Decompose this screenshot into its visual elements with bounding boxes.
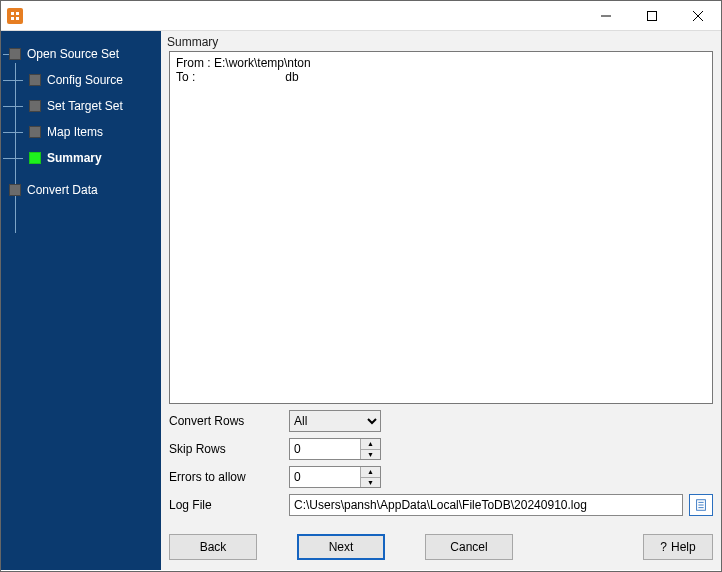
step-icon: [9, 184, 21, 196]
spin-up-icon[interactable]: ▲: [360, 439, 380, 450]
minimize-button[interactable]: [583, 1, 629, 31]
sidebar-item-config-source[interactable]: Config Source: [29, 69, 161, 91]
svg-rect-1: [16, 12, 19, 15]
log-file-input[interactable]: [289, 494, 683, 516]
convert-rows-select[interactable]: All: [289, 410, 381, 432]
svg-rect-0: [11, 12, 14, 15]
sidebar-item-label: Open Source Set: [27, 47, 119, 61]
window-controls: [583, 1, 721, 31]
help-icon: ?: [660, 540, 667, 554]
skip-rows-input[interactable]: [290, 439, 360, 459]
options-form: Convert Rows All Skip Rows ▲▼ Errors to …: [161, 410, 721, 528]
sidebar-item-summary[interactable]: Summary: [29, 147, 161, 169]
sidebar-item-open-source-set[interactable]: Open Source Set: [9, 43, 161, 65]
app-icon: [7, 8, 23, 24]
step-icon: [29, 100, 41, 112]
sidebar-item-label: Config Source: [47, 73, 123, 87]
step-icon: [9, 48, 21, 60]
wizard-sidebar: Open Source Set Config Source Set Target…: [1, 31, 161, 570]
sidebar-item-label: Summary: [47, 151, 102, 165]
titlebar: [1, 1, 721, 31]
spin-up-icon[interactable]: ▲: [360, 467, 380, 478]
sidebar-item-convert-data[interactable]: Convert Data: [9, 179, 161, 201]
summary-heading: Summary: [161, 31, 721, 51]
skip-rows-label: Skip Rows: [169, 442, 289, 456]
svg-rect-5: [648, 11, 657, 20]
maximize-button[interactable]: [629, 1, 675, 31]
help-button[interactable]: ? Help: [643, 534, 713, 560]
next-button[interactable]: Next: [297, 534, 385, 560]
summary-textarea[interactable]: From : E:\work\temp\nton To : db: [169, 51, 713, 404]
step-icon: [29, 74, 41, 86]
file-icon: [694, 498, 708, 512]
step-icon: [29, 126, 41, 138]
close-button[interactable]: [675, 1, 721, 31]
sidebar-item-set-target-set[interactable]: Set Target Set: [29, 95, 161, 117]
spin-down-icon[interactable]: ▼: [360, 450, 380, 460]
sidebar-item-label: Convert Data: [27, 183, 98, 197]
wizard-buttons: Back Next Cancel ? Help: [161, 528, 721, 570]
sidebar-item-label: Set Target Set: [47, 99, 123, 113]
sidebar-item-label: Map Items: [47, 125, 103, 139]
spin-down-icon[interactable]: ▼: [360, 478, 380, 488]
main-panel: Summary From : E:\work\temp\nton To : db…: [161, 31, 721, 570]
back-button[interactable]: Back: [169, 534, 257, 560]
convert-rows-label: Convert Rows: [169, 414, 289, 428]
svg-rect-3: [16, 17, 19, 20]
browse-log-button[interactable]: [689, 494, 713, 516]
step-icon: [29, 152, 41, 164]
cancel-button[interactable]: Cancel: [425, 534, 513, 560]
errors-allow-label: Errors to allow: [169, 470, 289, 484]
errors-allow-input[interactable]: [290, 467, 360, 487]
app-window: Open Source Set Config Source Set Target…: [0, 0, 722, 572]
skip-rows-spinner[interactable]: ▲▼: [289, 438, 381, 460]
errors-allow-spinner[interactable]: ▲▼: [289, 466, 381, 488]
sidebar-item-map-items[interactable]: Map Items: [29, 121, 161, 143]
svg-rect-2: [11, 17, 14, 20]
log-file-label: Log File: [169, 498, 289, 512]
